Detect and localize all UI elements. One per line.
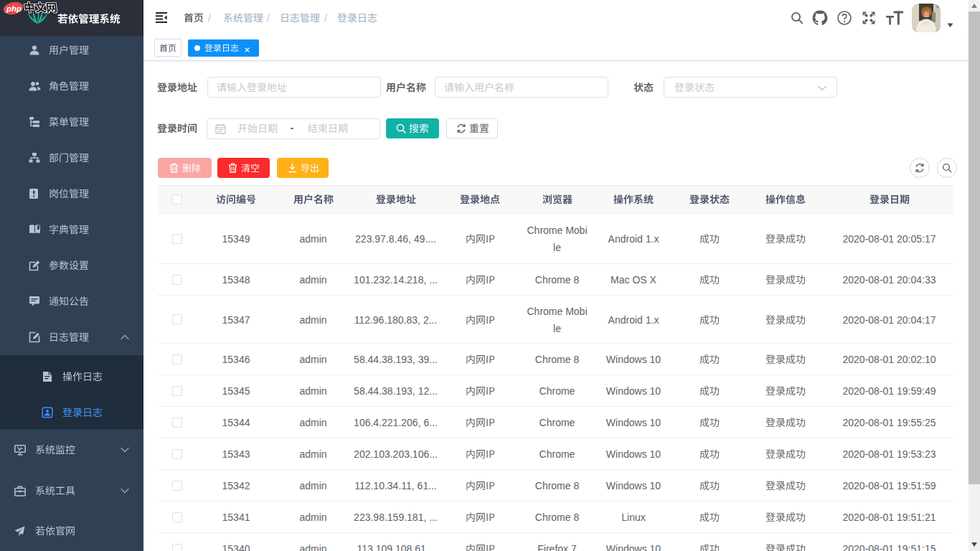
svg-text:php: php <box>6 4 22 13</box>
